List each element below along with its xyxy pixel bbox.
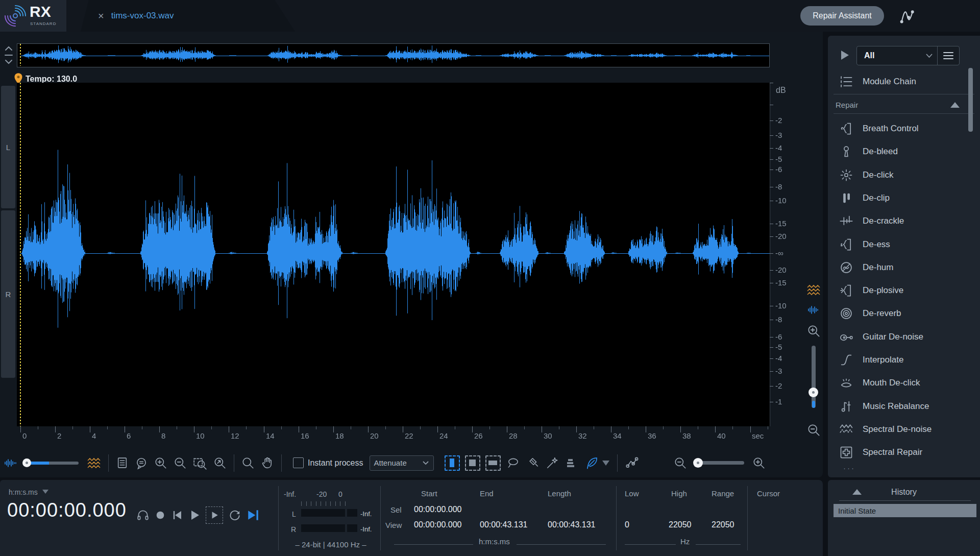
- history-item[interactable]: Initial State: [834, 504, 976, 517]
- magic-wand-icon[interactable]: [546, 456, 559, 470]
- mouth-icon: [839, 376, 853, 390]
- grab-hand-icon[interactable]: [261, 456, 274, 470]
- meter-right-clip[interactable]: [347, 524, 357, 532]
- db-tick: [770, 148, 773, 149]
- lasso-tool-icon[interactable]: [506, 456, 520, 470]
- zoom-fit-icon[interactable]: [213, 456, 227, 470]
- play-selection-button[interactable]: [206, 506, 223, 524]
- zoom-out-icon[interactable]: [174, 456, 187, 470]
- time-zoom-in-icon[interactable]: [752, 456, 766, 470]
- vertical-zoom-out-icon[interactable]: [807, 423, 821, 437]
- freq-range-value[interactable]: 22050: [712, 520, 734, 529]
- waveform-display[interactable]: [17, 83, 770, 426]
- vertical-zoom-slider-knob[interactable]: [808, 388, 818, 397]
- gain-nodes-icon[interactable]: [625, 456, 640, 470]
- module-chain-label: Module Chain: [863, 77, 916, 87]
- time-zoom-slider[interactable]: [695, 461, 744, 465]
- overview-height-control[interactable]: [3, 45, 14, 65]
- time-ruler[interactable]: 0246810121416182022242628303234363840sec: [17, 426, 770, 446]
- zoom-in-icon[interactable]: [154, 456, 167, 470]
- view-end-value[interactable]: 00:00:43.131: [480, 520, 527, 529]
- time-frequency-selection-tool[interactable]: [465, 455, 480, 471]
- module-item-breath-control[interactable]: Breath Control: [828, 118, 980, 139]
- channel-strip-right[interactable]: R: [1, 210, 15, 378]
- module-filter-combo[interactable]: All: [856, 46, 960, 65]
- module-item-de-crackle[interactable]: De-crackle: [828, 211, 980, 231]
- feather-fade-icon[interactable]: [584, 456, 599, 470]
- collapse-triangle-icon[interactable]: [950, 102, 960, 108]
- view-length-value[interactable]: 00:00:43.131: [548, 520, 595, 529]
- loop-playback-button[interactable]: [228, 509, 241, 522]
- tab-filename[interactable]: tims-vox-03.wav: [111, 11, 174, 21]
- preview-play-icon[interactable]: [840, 50, 849, 60]
- module-item-de-plosive[interactable]: De-plosive: [828, 280, 980, 301]
- monitor-headphones-icon[interactable]: [136, 509, 150, 522]
- signature-squiggle-icon[interactable]: [897, 4, 921, 28]
- freq-low-value[interactable]: 0: [625, 520, 629, 529]
- amplitude-zoom-slider[interactable]: [23, 462, 79, 465]
- module-item-mouth-de-click[interactable]: Mouth De-click: [828, 373, 980, 393]
- channel-strip-left[interactable]: L: [1, 86, 15, 208]
- module-item-interpolate[interactable]: Interpolate: [828, 350, 980, 370]
- db-tick-label: -∞: [775, 249, 783, 257]
- vertical-zoom-slider-track[interactable]: [812, 346, 816, 408]
- module-item-de-clip[interactable]: De-clip: [828, 188, 980, 208]
- time-format-label[interactable]: h:m:s.ms: [9, 488, 38, 496]
- module-item-spectral-repair[interactable]: Spectral Repair: [828, 442, 980, 463]
- module-item-guitar-de-noise[interactable]: Guitar De-noise: [828, 327, 980, 347]
- ruler-tick: [177, 426, 177, 429]
- module-item-de-bleed[interactable]: De-bleed: [828, 141, 980, 162]
- playhead-time-display[interactable]: 00:00:00.000: [7, 499, 127, 521]
- file-tab[interactable]: × tims-vox-03.wav: [81, 0, 295, 32]
- time-format-caret-icon[interactable]: [42, 490, 48, 494]
- tab-close-icon[interactable]: ×: [98, 10, 104, 22]
- ruler-tick: [489, 426, 490, 429]
- ruler-label: 40: [717, 431, 726, 440]
- ruler-label: 30: [544, 431, 552, 440]
- process-mode-select[interactable]: Attenuate: [370, 455, 434, 471]
- time-zoom-knob[interactable]: [693, 458, 703, 468]
- brush-tool-icon[interactable]: [526, 456, 540, 470]
- freq-high-header: High: [671, 489, 687, 498]
- module-item-music-rebalance[interactable]: Music Rebalance: [828, 396, 980, 417]
- comment-icon[interactable]: [135, 456, 148, 470]
- time-selection-tool[interactable]: [445, 455, 460, 471]
- overview-playhead[interactable]: [20, 44, 21, 66]
- sidebar-scrollbar[interactable]: [968, 68, 973, 132]
- module-item-de-hum[interactable]: De-hum: [828, 257, 980, 278]
- play-button[interactable]: [188, 509, 201, 521]
- document-settings-icon[interactable]: [116, 456, 129, 469]
- adjust-bars-icon[interactable]: [565, 457, 578, 469]
- freq-high-value[interactable]: 22050: [669, 520, 692, 529]
- waveform-overview[interactable]: [17, 43, 770, 67]
- play-selection-icon: [210, 511, 219, 520]
- module-item-de-click[interactable]: De-click: [828, 165, 980, 185]
- view-start-value[interactable]: 00:00:00.000: [414, 520, 461, 529]
- playhead-cursor[interactable]: [20, 83, 21, 426]
- repair-section-header[interactable]: Repair: [828, 97, 980, 112]
- spectrogram-view-icon[interactable]: [806, 284, 821, 296]
- amplitude-zoom-knob[interactable]: [22, 458, 31, 467]
- breath-icon: [839, 122, 853, 136]
- waveform-view-icon[interactable]: [807, 305, 820, 315]
- play-from-cursor-button[interactable]: [247, 509, 260, 522]
- module-chain-item[interactable]: Module Chain: [828, 71, 980, 92]
- spectrogram-blend-icon[interactable]: [87, 457, 101, 469]
- sel-start-value[interactable]: 00:00:00.000: [414, 505, 461, 514]
- module-item-de-reverb[interactable]: De-reverb: [828, 303, 980, 324]
- module-item-spectral-de-noise[interactable]: Spectral De-noise: [828, 419, 980, 440]
- repair-assistant-button[interactable]: Repair Assistant: [800, 6, 884, 26]
- frequency-selection-tool[interactable]: [485, 455, 501, 471]
- meter-left-clip[interactable]: [347, 509, 357, 517]
- magnifier-tool-icon[interactable]: [241, 456, 255, 470]
- record-button[interactable]: [155, 510, 166, 521]
- module-item-de-ess[interactable]: De-ess: [828, 234, 980, 255]
- deplosive-icon: [839, 283, 853, 298]
- time-zoom-out-icon[interactable]: [674, 456, 687, 470]
- instant-process-checkbox[interactable]: [293, 457, 304, 468]
- return-to-start-button[interactable]: [171, 509, 183, 521]
- menu-icon[interactable]: [943, 52, 954, 60]
- feather-dropdown-icon[interactable]: [602, 460, 610, 466]
- vertical-zoom-in-icon[interactable]: [807, 324, 821, 338]
- zoom-selection-icon[interactable]: [193, 456, 207, 470]
